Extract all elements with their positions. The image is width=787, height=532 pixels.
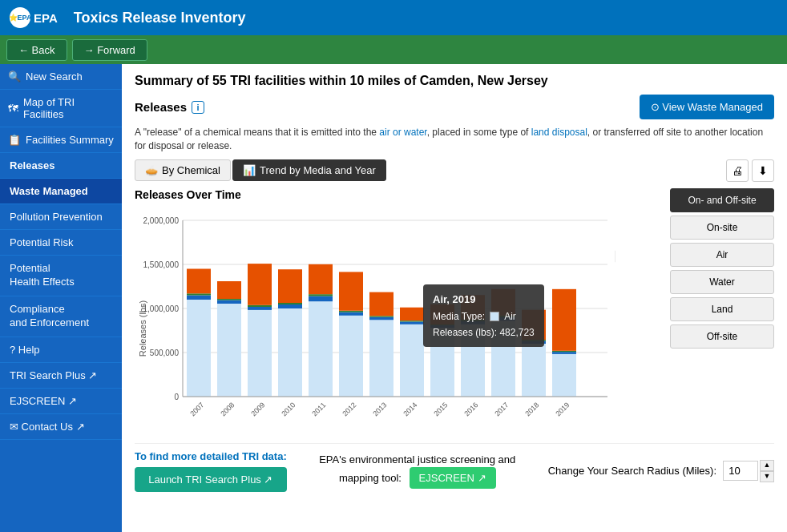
filter-air-button[interactable]: Air (670, 243, 774, 267)
bar-2018-air (522, 344, 546, 397)
sidebar-item-compliance-enforcement[interactable]: Complianceand Enforcement (0, 296, 122, 337)
bar-2013-water (369, 316, 394, 320)
bar-2014-air (400, 324, 424, 396)
bar-2007-air (187, 300, 211, 397)
bar-2009-water (248, 307, 272, 310)
bar-2010-water (278, 304, 302, 308)
sidebar-item-waste-managed[interactable]: Waste Managed (0, 179, 122, 204)
sidebar-item-releases[interactable]: Releases (0, 153, 122, 179)
tab-icons: 🖨 ⬇ (726, 159, 774, 182)
sidebar-item-pollution-prevention[interactable]: Pollution Prevention (0, 204, 122, 230)
tooltip-swatch (490, 312, 499, 321)
filter-panel: On- and Off-site On-site Air Water Land … (670, 188, 774, 437)
view-waste-managed-button[interactable]: ⊙ View Waste Managed (640, 95, 774, 119)
epa-logo: ⭐EPA EPA (10, 7, 58, 28)
bar-chart-icon: 📊 (243, 164, 256, 176)
bar-2009-land (248, 304, 272, 306)
tooltip-releases-row: Releases (lbs): 482,723 (433, 324, 535, 341)
bar-2011-land (309, 294, 333, 296)
sidebar-item-tri-search-plus[interactable]: TRI Search Plus ↗ (0, 363, 122, 389)
chart-area: Releases Over Time Releases (lbs) 0 500,… (135, 188, 662, 437)
sidebar-item-potential-health-effects[interactable]: PotentialHealth Effects (0, 256, 122, 296)
tooltip-media-row: Media Type: Air (433, 308, 535, 324)
bar-2014-land (400, 320, 424, 321)
filter-water-button[interactable]: Water (670, 270, 774, 294)
footer-bar: To find more detailed TRI data: Launch T… (135, 443, 774, 492)
svg-text:2,000,000: 2,000,000 (143, 216, 180, 225)
chart-title: Releases Over Time (135, 188, 662, 201)
sidebar-item-facilities-summary[interactable]: 📋 Facilities Summary (0, 127, 122, 153)
bar-2013-offsite (369, 292, 394, 316)
svg-text:2013: 2013 (371, 401, 388, 417)
sidebar-item-contact-us[interactable]: ✉ Contact Us ↗ (0, 414, 122, 440)
releases-info-icon[interactable]: i (192, 101, 204, 114)
back-button[interactable]: ← Back (6, 39, 67, 61)
filter-on-site-button[interactable]: On-site (670, 216, 774, 240)
svg-text:0: 0 (174, 393, 179, 401)
bar-2010-land (278, 303, 302, 304)
main-layout: 🔍 New Search 🗺 Map of TRI Facilities 📋 F… (0, 64, 787, 532)
sidebar-item-new-search[interactable]: 🔍 New Search (0, 64, 122, 90)
bar-2014-water (400, 321, 424, 324)
tab-trend-media-year[interactable]: 📊 Trend by Media and Year (232, 159, 386, 181)
search-icon: 🔍 (8, 71, 21, 83)
download-button[interactable]: ⬇ (752, 159, 774, 182)
launch-tri-search-plus-button[interactable]: Launch TRI Search Plus ↗ (135, 467, 287, 492)
sidebar-item-map[interactable]: 🗺 Map of TRI Facilities (0, 90, 122, 127)
bar-2008-offsite (217, 281, 241, 299)
detailed-data-label: To find more detailed TRI data: (135, 450, 287, 462)
tooltip-title: Air, 2019 (433, 291, 535, 308)
bar-2008-land (217, 299, 241, 300)
bar-2019-air (552, 353, 576, 396)
print-button[interactable]: 🖨 (726, 159, 749, 182)
bar-2011-air (309, 301, 333, 397)
tab-by-chemical[interactable]: 🥧 By Chemical (135, 159, 231, 181)
bar-2019-offsite (552, 288, 576, 350)
header: ⭐EPA EPA Toxics Release Inventory (0, 0, 787, 35)
radius-label: Change Your Search Radius (Miles): (548, 465, 716, 477)
footer-left: To find more detailed TRI data: Launch T… (135, 450, 287, 492)
sidebar-item-potential-risk[interactable]: Potential Risk (0, 230, 122, 256)
bar-2019-water (552, 352, 576, 354)
sidebar: 🔍 New Search 🗺 Map of TRI Facilities 📋 F… (0, 64, 122, 532)
radius-input[interactable] (723, 461, 758, 481)
svg-text:2011: 2011 (310, 401, 327, 417)
list-icon: 📋 (8, 134, 21, 146)
releases-label: Releases i (135, 100, 204, 114)
chart-section: Releases Over Time Releases (lbs) 0 500,… (135, 188, 774, 437)
nav-bar: ← Back → Forward (0, 35, 787, 64)
bar-2012-land (339, 310, 363, 312)
radius-down-button[interactable]: ▼ (760, 471, 774, 482)
sidebar-item-ejscreen[interactable]: EJSCREEN ↗ (0, 389, 122, 414)
svg-text:2008: 2008 (219, 401, 236, 417)
forward-button[interactable]: → Forward (72, 39, 147, 61)
bar-2010-offsite (278, 269, 302, 303)
bar-2013-air (369, 320, 394, 397)
bar-2012-offsite (339, 272, 363, 310)
tabs: 🥧 By Chemical 📊 Trend by Media and Year (135, 159, 386, 181)
bar-2013-land (369, 316, 394, 317)
app-title: Toxics Release Inventory (74, 10, 246, 26)
sidebar-item-help[interactable]: ? Help (0, 337, 122, 363)
svg-text:2018: 2018 (523, 401, 540, 417)
bar-2009-offsite (248, 264, 272, 305)
content-area: Summary of 55 TRI facilities within 10 m… (122, 64, 787, 532)
radius-up-button[interactable]: ▲ (760, 460, 774, 471)
tab-bar: 🥧 By Chemical 📊 Trend by Media and Year … (135, 159, 774, 182)
svg-text:2009: 2009 (249, 401, 266, 417)
bar-2010-air (278, 308, 302, 397)
footer-right: Change Your Search Radius (Miles): ▲ ▼ (548, 460, 774, 482)
filter-on-off-site-button[interactable]: On- and Off-site (670, 188, 774, 212)
chart-tooltip: Air, 2019 Media Type: Air Releases (lbs)… (423, 284, 544, 348)
filter-land-button[interactable]: Land (670, 297, 774, 321)
svg-text:1,500,000: 1,500,000 (143, 260, 180, 269)
svg-text:2014: 2014 (402, 401, 418, 417)
filter-off-site-button[interactable]: Off-site (670, 324, 774, 349)
svg-text:2017: 2017 (493, 401, 510, 417)
ejscreen-button[interactable]: EJSCREEN ↗ (410, 467, 496, 489)
releases-header-row: Releases i ⊙ View Waste Managed (135, 95, 774, 119)
svg-text:2016: 2016 (462, 401, 479, 417)
releases-description: A "release" of a chemical means that it … (135, 126, 774, 153)
footer-mid: EPA's environmental justice screening an… (300, 453, 535, 489)
bar-2019-land (552, 350, 576, 351)
